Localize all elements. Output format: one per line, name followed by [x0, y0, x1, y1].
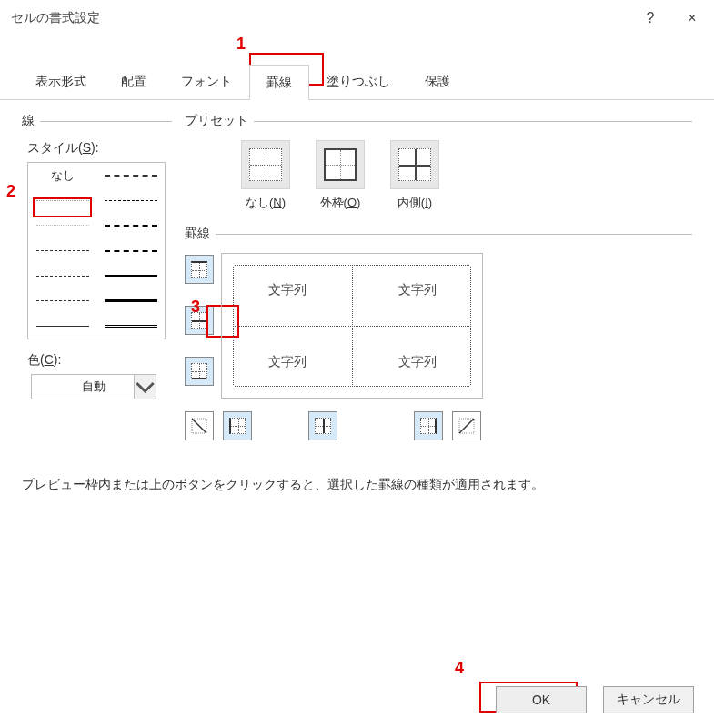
dialog-content: 線 スタイル(S): なし — [0, 100, 714, 506]
line-legend: 線 — [22, 113, 40, 129]
preview-cell: 文字列 — [352, 254, 482, 326]
border-vmiddle-button[interactable] — [308, 411, 337, 440]
preset-inner[interactable]: 内側(I) — [390, 140, 439, 211]
style-double[interactable] — [96, 313, 165, 339]
description-text: プレビュー枠内または上のボタンをクリックすると、選択した罫線の種類が適用されます… — [22, 477, 692, 493]
style-dashdot[interactable] — [28, 263, 96, 288]
tabs: 表示形式 配置 フォント 罫線 塗りつぶし 保護 — [0, 64, 714, 100]
preset-legend: プリセット — [185, 113, 254, 129]
border-preview[interactable]: 文字列 文字列 文字列 文字列 — [221, 253, 483, 399]
annotation-1: 1 — [236, 35, 246, 54]
preview-cell: 文字列 — [222, 254, 352, 326]
color-dropdown[interactable]: 自動 — [31, 374, 156, 399]
style-thick-solid[interactable] — [96, 288, 165, 314]
close-icon[interactable]: × — [681, 7, 703, 29]
style-thin-dashed[interactable] — [96, 188, 165, 214]
titlebar: セルの書式設定 ? × — [0, 0, 714, 36]
window-controls: ? × — [639, 7, 703, 29]
tab-display-format[interactable]: 表示形式 — [18, 64, 104, 99]
style-none[interactable]: なし — [28, 163, 96, 188]
border-left-button[interactable] — [223, 411, 252, 440]
border-diagonal-up-button[interactable] — [452, 411, 481, 440]
svg-line-1 — [192, 419, 206, 433]
dialog-title: セルの書式設定 — [11, 10, 100, 26]
border-bottom-button[interactable] — [185, 357, 214, 386]
border-top-button[interactable] — [185, 255, 214, 284]
border-legend: 罫線 — [185, 226, 216, 242]
style-medium-dash[interactable] — [96, 213, 165, 238]
tab-protection[interactable]: 保護 — [407, 64, 468, 99]
color-value: 自動 — [82, 379, 106, 395]
tab-alignment[interactable]: 配置 — [104, 64, 164, 99]
style-hairline[interactable] — [28, 213, 96, 238]
preset-none[interactable]: なし(N) — [241, 140, 290, 211]
border-right-button[interactable] — [414, 411, 443, 440]
style-list[interactable]: なし — [27, 162, 166, 339]
line-panel: 線 スタイル(S): なし — [22, 113, 172, 455]
style-thin-solid[interactable] — [28, 313, 96, 339]
right-panel: プリセット なし(N) 外枠(O) 内側(I) — [185, 113, 692, 455]
style-dotted-faint[interactable] — [28, 188, 96, 214]
dialog-footer: OK キャンセル — [496, 686, 694, 713]
style-medium-solid[interactable] — [96, 263, 165, 288]
tab-fill[interactable]: 塗りつぶし — [309, 64, 407, 99]
style-dashed[interactable] — [28, 238, 96, 264]
preset-row: なし(N) 外枠(O) 内側(I) — [241, 140, 692, 211]
style-dashdotdot[interactable] — [28, 288, 96, 314]
help-icon[interactable]: ? — [639, 7, 661, 29]
style-medium-dashdotdot[interactable] — [96, 163, 165, 188]
style-medium-dashdot[interactable] — [96, 238, 165, 264]
ok-button[interactable]: OK — [496, 686, 587, 713]
color-label: 色(C): — [27, 352, 172, 369]
cancel-button[interactable]: キャンセル — [603, 686, 694, 713]
annotation-2: 2 — [6, 182, 15, 201]
svg-line-3 — [459, 419, 474, 433]
preview-cell: 文字列 — [222, 326, 352, 398]
tab-font[interactable]: フォント — [164, 64, 249, 99]
preview-cell: 文字列 — [352, 326, 482, 398]
annotation-4: 4 — [455, 659, 464, 678]
tab-border[interactable]: 罫線 — [249, 65, 309, 100]
chevron-down-icon — [134, 375, 156, 399]
style-label: スタイル(S): — [27, 140, 172, 157]
border-diagonal-down-button[interactable] — [185, 411, 214, 440]
border-hmiddle-button[interactable] — [185, 306, 214, 335]
preset-outer[interactable]: 外枠(O) — [316, 140, 365, 211]
